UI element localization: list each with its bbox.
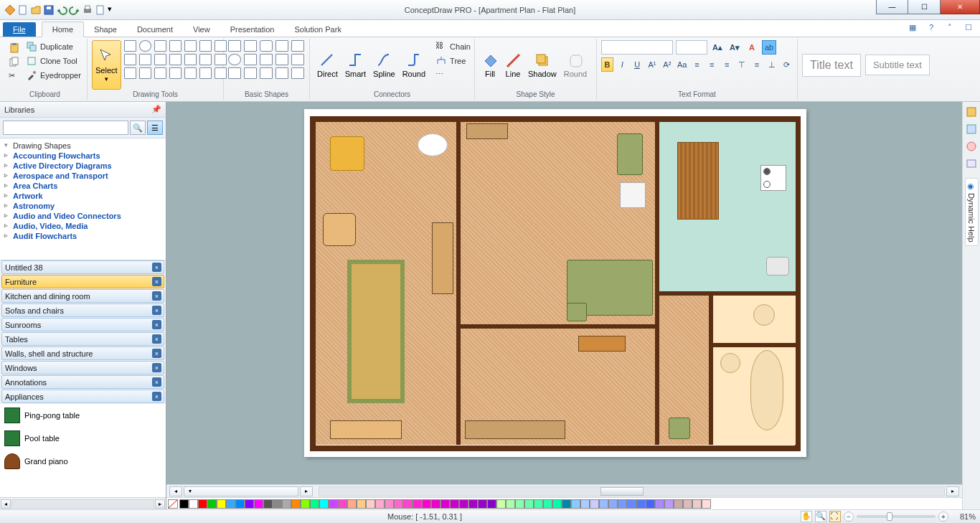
fit-page-icon[interactable]: ⛶ [829,511,841,522]
cut-button[interactable]: ✂ [7,70,22,83]
search-button[interactable]: 🔍 [130,121,146,135]
undo-icon[interactable] [56,4,67,16]
shadow-button[interactable]: Shadow [525,40,560,90]
color-swatch[interactable] [385,499,394,509]
shrink-font-icon[interactable]: A▾ [727,40,742,55]
color-swatch[interactable] [664,499,674,509]
tree-view-button[interactable]: ☰ [147,121,163,135]
font-size-combo[interactable] [676,40,707,55]
color-swatch[interactable] [179,499,189,509]
dynamic-help-tab[interactable]: ◉ Dynamic Help [965,178,979,246]
tree-item[interactable]: Audio and Video Connectors [3,211,163,221]
align-left-icon[interactable]: ≡ [691,57,703,72]
color-swatch[interactable] [562,499,571,509]
grow-font-icon[interactable]: A▴ [710,40,725,55]
color-swatch[interactable] [627,499,636,509]
rail-icon-2[interactable] [966,123,977,135]
color-swatch[interactable] [590,499,599,509]
maximize-button[interactable]: ☐ [908,0,941,14]
color-swatch[interactable] [683,499,692,509]
tab-shape[interactable]: Shape [84,22,127,37]
canvas-viewport[interactable] [166,102,962,484]
color-swatch[interactable] [571,499,580,509]
rail-icon-3[interactable] [966,141,977,152]
color-swatch[interactable] [496,499,506,509]
align-top-icon[interactable]: ⊤ [736,57,748,72]
desk[interactable] [323,213,356,246]
duplicate-button[interactable]: Duplicate [24,40,83,53]
color-swatch[interactable] [366,499,375,509]
shape-item[interactable]: Grand piano [0,450,166,473]
drawing-page[interactable] [304,109,806,457]
color-swatch[interactable] [263,499,273,509]
color-swatch[interactable] [580,499,590,509]
color-swatch[interactable] [310,499,319,509]
hscroll-right-icon[interactable]: ▸ [946,486,959,496]
color-swatch[interactable] [599,499,608,509]
close-library-icon[interactable]: × [152,277,161,286]
zoom-percent[interactable]: 81% [951,512,976,521]
sink[interactable] [766,257,789,275]
zoom-in-button[interactable]: + [938,512,948,522]
pin-icon[interactable]: 📌 [151,105,161,114]
zoom-tool-icon[interactable]: 🔍 [815,511,826,522]
tree-item[interactable]: Drawing Shapes [3,141,163,151]
color-swatch[interactable] [235,499,245,509]
options-icon[interactable]: ▦ [907,22,918,33]
color-swatch[interactable] [618,499,627,509]
color-swatch[interactable] [646,499,655,509]
close-button[interactable]: ✕ [941,0,980,14]
color-swatch[interactable] [468,499,478,509]
color-swatch[interactable] [273,499,282,509]
color-swatch[interactable] [291,499,301,509]
close-library-icon[interactable]: × [152,306,161,315]
color-swatch[interactable] [636,499,646,509]
next-page-button[interactable]: ▸ [300,486,313,496]
connector-tree[interactable]: Tree [434,55,472,67]
bold-button[interactable]: B [601,57,613,72]
align-middle-icon[interactable]: ≡ [750,57,763,72]
new-icon[interactable] [17,4,29,16]
close-library-icon[interactable]: × [152,263,161,272]
subscript-button[interactable]: A² [661,57,673,72]
coffee-table[interactable] [578,336,626,352]
color-swatch[interactable] [413,499,422,509]
superscript-button[interactable]: A¹ [646,57,659,72]
connector-smart[interactable]: Smart [342,40,369,90]
paste-button[interactable] [7,42,22,55]
ottoman[interactable] [669,418,690,439]
round-table[interactable] [418,133,448,156]
color-swatch[interactable] [440,499,450,509]
open-library-item[interactable]: Untitled 38× [1,260,164,274]
export-icon[interactable] [95,4,106,16]
bathtub[interactable] [750,350,783,430]
color-swatch[interactable] [702,499,711,509]
select-tool[interactable]: Select ▼ [92,40,121,90]
color-swatch[interactable] [487,499,496,509]
color-swatch[interactable] [403,499,413,509]
scroll-left-icon[interactable]: ◂ [1,499,11,509]
redo-icon[interactable] [69,4,80,16]
tree-item[interactable]: Audit Flowcharts [3,231,163,241]
color-swatch[interactable] [347,499,357,509]
close-library-icon[interactable]: × [152,291,161,301]
close-library-icon[interactable]: × [152,363,161,372]
loveseat[interactable] [617,133,643,175]
minimize-button[interactable]: — [876,0,908,14]
align-center-icon[interactable]: ≡ [706,57,718,72]
open-library-item[interactable]: Annotations× [1,375,164,389]
rail-icon-4[interactable] [966,158,977,169]
color-swatch[interactable] [282,499,291,509]
line-button[interactable]: Line [502,40,524,90]
tab-solution-park[interactable]: Solution Park [284,22,351,37]
color-swatch[interactable] [459,499,468,509]
fill-button[interactable]: Fill [479,40,501,90]
color-swatch[interactable] [217,499,226,509]
color-swatch[interactable] [655,499,664,509]
color-swatch[interactable] [674,499,683,509]
copy-button[interactable] [7,56,22,69]
connector-more[interactable]: ⋯ [434,69,472,82]
color-swatch[interactable] [478,499,487,509]
tree-item[interactable]: Astronomy [3,201,163,211]
tab-document[interactable]: Document [127,22,183,37]
